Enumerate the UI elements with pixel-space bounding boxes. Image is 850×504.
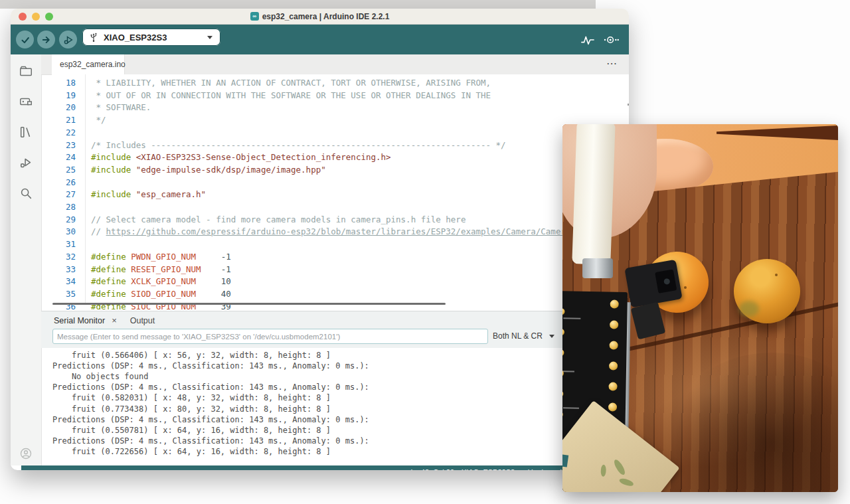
code-line: 34#define XCLK_GPIO_NUM 10 [52,276,629,288]
code-line: 35#define SIOD_GPIO_NUM 40 [52,288,629,301]
serial-plotter-icon [580,33,595,46]
boards-manager-icon [19,94,33,109]
serial-message-input[interactable] [52,329,488,344]
sidebar-item-library-manager[interactable] [19,125,33,139]
tab-overflow-menu[interactable]: ⋯ [606,57,617,70]
serial-plotter-button[interactable] [578,31,596,48]
usb-icon [89,32,98,42]
code-text: #include "edge-impulse-sdk/dsp/image/ima… [91,164,326,177]
code-text: #include "esp_camera.h" [91,189,206,201]
board-selector-dropdown[interactable]: XIAO_ESP32S3 [82,29,220,46]
serial-output-line: Predictions (DSP: 4 ms., Classification:… [52,382,369,392]
page: ∞ esp32_camera | Arduino IDE 2.2.1 [0,0,850,504]
line-number: 32 [52,251,76,264]
code-editor[interactable]: 18 * LIABILITY, WHETHER IN AN ACTION OF … [52,74,629,311]
serial-output-line: No objects found [52,371,149,382]
upload-icon [41,34,52,46]
code-text: #include <XIAO-ESP32S3-Sense-Object_Dete… [91,151,391,164]
sketchbook-folder-icon [19,64,33,78]
pcb-gold-pin [562,349,564,356]
code-line: 22 [52,127,629,139]
card-leaf-print [613,458,627,477]
line-number: 29 [52,214,76,226]
serial-output-line: Predictions (DSP: 4 ms., Classification:… [52,361,369,371]
sidebar-item-account[interactable] [19,446,33,461]
line-number: 23 [52,139,76,152]
serial-output-line: fruit (0.566406) [ x: 56, y: 32, width: … [52,350,331,361]
code-line: 29// Select camera model - find more cam… [52,214,629,226]
tab-label: esp32_camera.ino [60,60,126,69]
sidebar-item-boards-manager[interactable] [19,94,33,109]
code-line: 28 [52,201,629,214]
camera-setup-photo [562,124,838,492]
vertical-scrollbar-thumb[interactable] [628,104,629,106]
pcb-gold-pin [610,341,618,349]
board-selector-label: XIAO_ESP32S3 [104,33,167,42]
arduino-app-icon: ∞ [250,12,259,21]
pcb-gold-pin [562,329,564,335]
sidebar-item-search[interactable] [19,186,33,201]
code-text: * SOFTWARE. [91,102,151,114]
titlebar: ∞ esp32_camera | Arduino IDE 2.2.1 [11,9,629,25]
statusbar: Ln 48, Col 29 XIAO_ESP32S3 on /dev/cu.us… [21,465,629,470]
horizontal-scrollbar[interactable] [52,303,446,305]
line-number: 22 [52,127,76,139]
photo-plug-ferrule [582,258,613,278]
debug-icon [62,34,74,46]
line-number: 24 [52,151,76,164]
line-number: 36 [52,301,76,311]
code-text: */ [91,114,106,127]
line-number: 28 [52,201,76,214]
sidebar-item-sketchbook[interactable] [19,64,33,78]
code-line: 26 [52,177,629,189]
code-line: 36#define SIOC_GPIO_NUM 39 [52,301,629,311]
line-number: 27 [52,189,76,201]
photo-usb-plug [572,124,615,265]
line-number: 33 [52,264,76,276]
tab-esp32-camera-ino[interactable]: esp32_camera.ino [52,54,125,74]
upload-button[interactable] [37,31,55,48]
desktop-background-strip [0,0,596,9]
editor-tabbar: esp32_camera.ino ⋯ [41,54,629,75]
line-number: 30 [52,226,76,238]
code-line: 30// https://github.com/espressif/arduin… [52,226,629,238]
pcb-silkscreen [563,317,580,319]
pcb-gold-pin [562,411,563,418]
code-line: 31 [52,238,629,251]
serial-output-line: Predictions (DSP: 4 ms., Classification:… [52,414,369,425]
code-line: 24#include <XIAO-ESP32S3-Sense-Object_De… [52,151,629,164]
line-ending-dropdown[interactable]: Both NL & CR [493,329,554,343]
code-text: #define SIOD_GPIO_NUM 40 [91,288,231,301]
line-number: 19 [52,90,76,102]
close-icon[interactable]: × [112,315,117,325]
pcb-gold-pin [608,402,617,411]
code-text: #define PWDN_GPIO_NUM -1 [91,251,231,264]
line-number: 31 [52,238,76,251]
debug-button[interactable] [59,31,77,48]
code-line: 18 * LIABILITY, WHETHER IN AN ACTION OF … [52,77,629,90]
serial-output-line: fruit (0.582031) [ x: 48, y: 32, width: … [52,392,331,403]
line-number: 25 [52,164,76,177]
toolbar: XIAO_ESP32S3 [11,25,629,54]
code-text: #define SIOC_GPIO_NUM 39 [91,301,231,311]
tab-serial-monitor[interactable]: Serial Monitor [54,316,105,325]
pcb-gold-pin [610,320,618,329]
verify-button[interactable] [16,31,34,48]
title-center: ∞ esp32_camera | Arduino IDE 2.2.1 [11,9,629,24]
arduino-ide-window: ∞ esp32_camera | Arduino IDE 2.2.1 [11,9,629,470]
code-line: 32#define PWDN_GPIO_NUM -1 [52,251,629,264]
tab-output[interactable]: Output [130,316,155,325]
search-icon [19,186,33,201]
serial-monitor-icon [603,34,619,46]
code-line: 27#include "esp_camera.h" [52,189,629,201]
pcb-silkscreen [562,371,574,372]
account-icon [19,446,33,461]
code-text: #define RESET_GPIO_NUM -1 [91,264,231,276]
panel-tabs: Serial Monitor × Output [54,315,155,325]
serial-monitor-button[interactable] [602,31,620,48]
line-number: 26 [52,177,76,189]
serial-output-line: fruit (0.773438) [ x: 80, y: 32, width: … [52,404,331,414]
activity-sidebar [11,54,42,465]
line-number: 21 [52,114,76,127]
sidebar-item-debug[interactable] [19,155,33,170]
